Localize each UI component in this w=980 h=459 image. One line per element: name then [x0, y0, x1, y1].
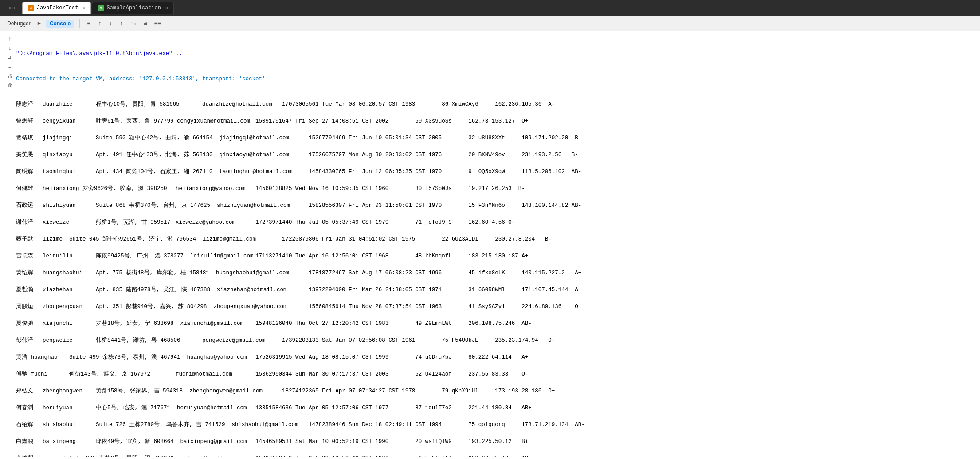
debugger-button[interactable]: Debugger: [4, 20, 34, 28]
log-row: 黄绍辉 huangshaohui Apt. 775 杨街48号, 库尔勒, 桂 …: [16, 269, 976, 277]
log-row: 傅驰 fuchi 何街143号, 遵义, 京 167972 fuchi@hotm…: [16, 370, 976, 379]
log-row: 何健雄 hejianxiong 罗旁9626号, 胶南, 澳 398250 he…: [16, 185, 976, 193]
log-row: 段志泽 duanzhize 程中心10号, 贵阳, 青 581665 duanz…: [16, 100, 976, 109]
log-row: 何春渊 heruiyuan 中心5号, 临安, 澳 717671 heruiyu…: [16, 404, 976, 412]
console-button[interactable]: Console: [46, 20, 74, 28]
log-row: 曾懋轩 cengyixuan 叶旁61号, 莱西, 鲁 977799 cengy…: [16, 117, 976, 126]
toolbar-up-icon[interactable]: ↑: [96, 19, 103, 28]
toolbar: Debugger ▶ Console ≡ ↑ ↓ ↑ ↑ₓ ⊞ ≡≡: [0, 16, 980, 31]
log-row: 余峻熙 yujunxi Apt. 005 范栋2号, 昆明, 闽 713276 …: [16, 455, 976, 457]
log-row: 藜子默 lizimo Suite 045 邹中心92651号, 济宁, 湘 79…: [16, 235, 976, 244]
gutter-icon-1[interactable]: ⇄: [8, 53, 12, 62]
tab-sampleapp-label: SampleApplication: [106, 5, 161, 11]
toolbar-grid-icon[interactable]: ⊞: [141, 19, 149, 28]
log-row: 夏俊驰 xiajunchi 罗巷18号, 延安, 宁 633698 xiajun…: [16, 320, 976, 328]
log-row: 谢伟泽 xieweize 熊桥1号, 芜湖, 甘 959517 xieweize…: [16, 218, 976, 227]
log-row: 贾靖琪 jiajingqi Suite 590 颖中心42号, 曲靖, 渝 66…: [16, 134, 976, 142]
scroll-up-arrow[interactable]: ↑: [8, 35, 12, 44]
log-row: 周鹏烜 zhoupengxuan Apt. 351 彭巷940号, 嘉兴, 苏 …: [16, 303, 976, 311]
gutter-icon-3[interactable]: 🖨: [8, 72, 12, 81]
log-row: 秦笑愚 qinxiaoyu Apt. 491 任中心133号, 北海, 苏 56…: [16, 151, 976, 159]
toolbar-down-icon[interactable]: ↓: [107, 19, 114, 28]
log-row: 石绍辉 shishaohui Suite 726 王栋2780号, 乌鲁木齐, …: [16, 421, 976, 429]
toolbar-up2-icon[interactable]: ↑: [118, 19, 125, 28]
log-rows: 段志泽 duanzhize 程中心10号, 贵阳, 青 581665 duanz…: [16, 100, 976, 457]
toolbar-upx-icon[interactable]: ↑ₓ: [129, 20, 138, 27]
log-row: 黄浩 huanghao Suite 499 余栋73号, 泰州, 澳 46794…: [16, 353, 976, 362]
sample-icon: S: [98, 5, 104, 11]
log-content: "D:\Program Files\Java\jdk-11.0.8\bin\ja…: [16, 33, 976, 457]
tab-javafakertest-close[interactable]: ✕: [82, 5, 85, 11]
log-row: 雷瑞森 leiruilin 陈依99425号, 广州, 港 378277 lei…: [16, 252, 976, 261]
toolbar-list-icon[interactable]: ≡≡: [153, 19, 164, 28]
tab-sampleapp[interactable]: S SampleApplication ✕: [92, 2, 173, 14]
toolbar-separator-1: [79, 19, 80, 28]
log-row: 彭伟泽 pengweize 韩桥8441号, 潍坊, 粤 468506 peng…: [16, 336, 976, 345]
console-icon: ▶: [38, 20, 41, 27]
toolbar-menu-icon[interactable]: ≡: [85, 19, 92, 28]
log-row: 夏哲瀚 xiazhehan Apt. 835 陆路4978号, 吴江, 陕 46…: [16, 286, 976, 294]
java-icon: J: [28, 5, 34, 11]
log-row: 陶明辉 taominghui Apt. 434 陶旁104号, 石家庄, 湘 2…: [16, 168, 976, 176]
log-row: 郑弘文 zhenghongwen 黄路158号, 张家界, 吉 594318 z…: [16, 387, 976, 396]
connect-line: Connected to the target VM, address: '12…: [16, 75, 976, 83]
log-row: 白鑫鹏 baixinpeng 邱依49号, 宜宾, 新 608664 baixi…: [16, 438, 976, 446]
tab-javafakertest[interactable]: J JavaFakerTest ✕: [22, 2, 91, 14]
scroll-down-arrow[interactable]: ↓: [8, 44, 12, 53]
gutter-icon-4[interactable]: 🗑: [8, 81, 12, 90]
tab-sampleapp-close[interactable]: ✕: [165, 5, 168, 11]
cmd-line: "D:\Program Files\Java\jdk-11.0.8\bin\ja…: [16, 50, 976, 58]
console-gutter: ↑ ↓ ⇄ ≡ 🖨 🗑: [4, 33, 16, 457]
gutter-icon-2[interactable]: ≡: [8, 63, 12, 71]
tab-javafakertest-label: JavaFakerTest: [37, 5, 78, 11]
tab-bar: ug: J JavaFakerTest ✕ S SampleApplicatio…: [0, 0, 980, 16]
console-area: ↑ ↓ ⇄ ≡ 🖨 🗑 "D:\Program Files\Java\jdk-1…: [0, 31, 980, 459]
tab-bar-label: ug:: [4, 4, 20, 12]
log-row: 石政远 shizhiyuan Suite 868 韦桥370号, 台州, 京 1…: [16, 202, 976, 210]
